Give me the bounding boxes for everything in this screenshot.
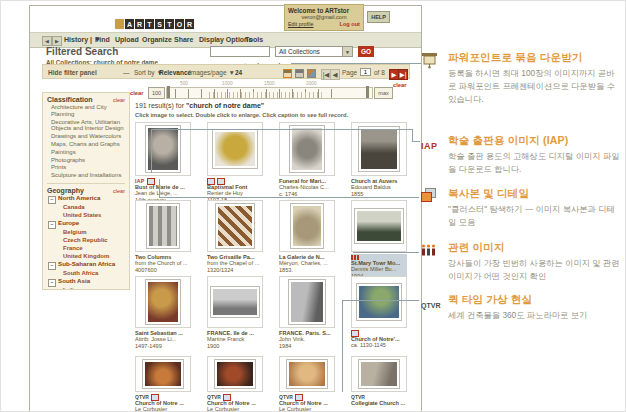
thumbnail-image[interactable] bbox=[289, 362, 325, 386]
result-item[interactable]: Saint Sebastian ... Attrib: Josse Li... … bbox=[135, 276, 191, 349]
geo-region[interactable]: −South Asia bbox=[47, 277, 125, 286]
collapse-icon[interactable]: — bbox=[123, 69, 130, 76]
menu-organize[interactable]: Organize bbox=[142, 36, 172, 43]
result-caption[interactable]: Saint Sebastian ... Attrib: Josse Li... … bbox=[135, 330, 191, 349]
thumbnail-frame[interactable] bbox=[351, 276, 407, 328]
log-out-link[interactable]: Log out bbox=[339, 21, 360, 27]
result-caption[interactable]: Church at Auvers Edouard Baldus 1855 bbox=[351, 178, 407, 197]
timeline-left-handle[interactable] bbox=[167, 86, 170, 98]
thumbnail-image[interactable] bbox=[293, 206, 321, 246]
thumbnail-frame[interactable] bbox=[207, 122, 263, 176]
result-item[interactable]: St.Mary Towr Mo... Dennis Miller Bu... 1… bbox=[351, 200, 407, 279]
thumbnail-frame[interactable] bbox=[135, 356, 191, 392]
result-caption[interactable]: Two Columns from the Church of ... 40076… bbox=[135, 254, 191, 273]
classification-item[interactable]: Drawings and Watercolors bbox=[47, 132, 125, 140]
menu-share[interactable]: Share bbox=[174, 36, 193, 43]
menu-tools[interactable]: Tools bbox=[245, 36, 263, 43]
thumbnail-frame[interactable] bbox=[135, 122, 191, 176]
classification-item[interactable]: Architecture and City Planning bbox=[47, 103, 125, 118]
geo-country[interactable]: Belgium bbox=[47, 228, 125, 236]
collections-select[interactable]: All Collections ▼ bbox=[275, 46, 353, 57]
classification-item[interactable]: Paintings bbox=[47, 148, 125, 156]
result-caption[interactable]: FRANCE. Paris. S... John Vink. 1984 bbox=[279, 330, 335, 349]
thumbnail-image[interactable] bbox=[148, 128, 178, 170]
timeline-histogram-track[interactable] bbox=[166, 87, 373, 99]
geo-country[interactable]: India bbox=[47, 286, 125, 290]
sort-value[interactable]: Relevance bbox=[159, 69, 191, 76]
result-caption[interactable]: FRANCE. Ile de ... Martine Franck 1900 bbox=[207, 330, 263, 349]
thumbnail-image[interactable] bbox=[291, 282, 323, 322]
menu-find[interactable]: Find bbox=[95, 36, 110, 43]
tree-collapse-icon[interactable]: − bbox=[48, 279, 56, 287]
tree-collapse-icon[interactable]: − bbox=[48, 221, 56, 229]
classification-item[interactable]: Decorative Arts, Utilitarian Objects and… bbox=[47, 118, 125, 133]
result-caption[interactable]: QTVR Church of Notre ... Le Corbusier bbox=[207, 394, 263, 412]
thumbnail-image[interactable] bbox=[361, 129, 397, 169]
hide-filter-panel-link[interactable]: Hide filter panel bbox=[48, 69, 97, 76]
thumbnail-frame[interactable] bbox=[135, 276, 191, 328]
geography-clear-link[interactable]: clear bbox=[113, 188, 125, 194]
thumbnail-image[interactable] bbox=[218, 206, 252, 246]
result-item[interactable]: FRANCE. Ile de ... Martine Franck 1900 bbox=[207, 276, 263, 349]
result-caption[interactable]: Two Grisaille Pa... from the Chapel of .… bbox=[207, 254, 263, 273]
classification-item[interactable]: Maps, Charts and Graphs bbox=[47, 140, 125, 148]
thumbnail-image[interactable] bbox=[148, 282, 178, 322]
result-item[interactable]: QTVR Church of Notre ... Le Corbusier bbox=[207, 356, 263, 412]
timeline-clear-link[interactable]: clear bbox=[130, 90, 144, 96]
timeline-right-handle[interactable] bbox=[366, 86, 369, 98]
history-back-icon[interactable]: ◀ bbox=[42, 36, 52, 46]
chevron-down-icon[interactable]: ▼ bbox=[342, 47, 352, 56]
tree-collapse-icon[interactable]: − bbox=[48, 262, 56, 270]
edit-profile-link[interactable]: Edit profile bbox=[288, 21, 313, 27]
result-item[interactable]: QTVR Church of Notre ... Le Corbusier bbox=[279, 356, 335, 412]
result-caption[interactable]: Church of Notre'... ca. 1130-1145 bbox=[351, 330, 407, 349]
thumbnail-image[interactable] bbox=[359, 286, 399, 318]
geo-country[interactable]: France bbox=[47, 244, 125, 252]
result-caption[interactable]: QTVR Collegiate Church ... bbox=[351, 394, 407, 406]
geo-country[interactable]: Canada bbox=[47, 203, 125, 211]
images-per-page-value[interactable]: 24 bbox=[235, 69, 242, 76]
thumbnail-image[interactable] bbox=[213, 289, 257, 315]
thumbnail-frame[interactable] bbox=[351, 122, 407, 176]
thumbnail-image[interactable] bbox=[149, 206, 177, 246]
geo-country[interactable]: United States bbox=[47, 211, 125, 219]
result-caption[interactable]: QTVR Church of Notre ... Le Corbusier bbox=[279, 394, 335, 412]
geo-country[interactable]: Czech Republic bbox=[47, 236, 125, 244]
image-viewer-icon[interactable] bbox=[307, 69, 316, 78]
go-button[interactable]: GO bbox=[358, 46, 374, 57]
result-item[interactable]: Two Columns from the Church of ... 40076… bbox=[135, 200, 191, 273]
classification-item[interactable]: Photographs bbox=[47, 156, 125, 164]
prev-page-icon[interactable]: ◀ bbox=[330, 69, 340, 80]
thumbnail-frame[interactable] bbox=[279, 200, 335, 252]
result-item[interactable]: Funeral for Mari... Charles-Nicolas C...… bbox=[279, 122, 335, 197]
timeline-clear-link-2[interactable]: clear bbox=[393, 82, 407, 88]
help-button[interactable]: HELP bbox=[367, 11, 390, 23]
thumbnail-image[interactable] bbox=[357, 211, 401, 241]
classification-item[interactable]: Prints bbox=[47, 163, 125, 171]
thumbnail-frame[interactable] bbox=[207, 276, 263, 328]
thumbnail-image[interactable] bbox=[292, 128, 322, 170]
result-caption[interactable]: La Galerie de N... Méryon, Charles, ... … bbox=[279, 254, 335, 273]
page-number-input[interactable] bbox=[360, 68, 371, 76]
result-caption[interactable]: Funeral for Mari... Charles-Nicolas C...… bbox=[279, 178, 335, 197]
result-item[interactable]: QTVR Collegiate Church ... bbox=[351, 356, 407, 406]
geo-country[interactable]: South Africa bbox=[47, 269, 125, 277]
result-item[interactable]: Church at Auvers Edouard Baldus 1855 bbox=[351, 122, 407, 197]
thumbnail-image[interactable] bbox=[145, 362, 181, 386]
result-item[interactable]: Church of Notre'... ca. 1130-1145 bbox=[351, 276, 407, 349]
result-item[interactable]: FRANCE. Paris. S... John Vink. 1984 bbox=[279, 276, 335, 349]
geo-region[interactable]: −Sub-Saharan Africa bbox=[47, 260, 125, 269]
thumbnail-frame[interactable] bbox=[279, 356, 335, 392]
geo-region[interactable]: −North America bbox=[47, 194, 125, 203]
thumbnail-frame[interactable] bbox=[279, 122, 335, 176]
thumbnail-frame[interactable] bbox=[279, 276, 335, 328]
classification-item[interactable]: Sculpture and Installations bbox=[47, 171, 125, 179]
result-item[interactable]: Baptismal Font Renier de Huy 1107-18 bbox=[207, 122, 263, 203]
result-item[interactable]: IAP Bust of Marie de ... Jean de Liège, … bbox=[135, 122, 191, 203]
thumbnail-image[interactable] bbox=[217, 362, 253, 386]
geo-country[interactable]: United Kingdom bbox=[47, 252, 125, 260]
thumbnail-frame[interactable] bbox=[351, 200, 407, 252]
thumbnail-frame[interactable] bbox=[351, 356, 407, 392]
thumbnail-image[interactable] bbox=[215, 132, 255, 166]
images-per-page-dropdown[interactable]: Images/page ▼ bbox=[189, 69, 235, 76]
